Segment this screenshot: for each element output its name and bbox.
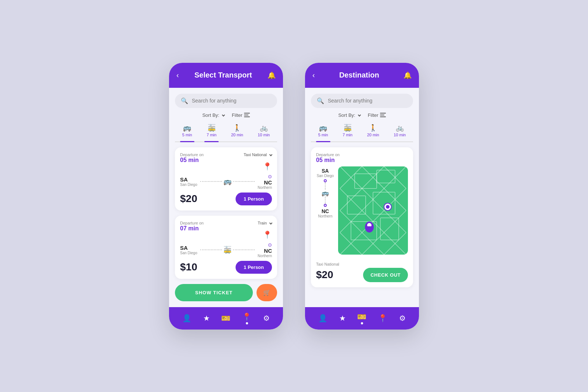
route-from-2: SA San Diego	[180, 245, 197, 255]
dest-back-icon[interactable]: ‹	[312, 71, 315, 79]
person-button-1[interactable]: 1 Person	[236, 193, 272, 205]
tab-tram[interactable]: 🚋 7 min	[204, 122, 219, 139]
dest-footer-settings-icon[interactable]: ⚙	[399, 314, 406, 323]
footer-profile-icon[interactable]: 👤	[182, 314, 191, 323]
map-svg	[338, 166, 408, 255]
route-dot-top	[324, 179, 327, 182]
dest-route-map-row: SA San Diego 🚌 NC Northern	[316, 166, 408, 258]
tab-bike[interactable]: 🚲 10 min	[255, 122, 272, 139]
search-bar: 🔍	[175, 94, 277, 108]
screen-title: Select Transport	[179, 71, 268, 79]
tab-walk[interactable]: 🚶 20 min	[229, 122, 245, 139]
dest-filter-control[interactable]: Filter	[368, 112, 386, 118]
route-to-1: ⊙ NC Northern	[258, 174, 272, 190]
price-1: $20	[180, 193, 197, 205]
car-icon: 🚌	[322, 190, 329, 197]
select-transport-header: ‹ Select Transport 🔔	[169, 63, 283, 88]
dest-tab-walk[interactable]: 🚶 20 min	[365, 122, 381, 139]
sort-chevron-icon	[222, 114, 225, 116]
search-input[interactable]	[192, 98, 271, 104]
dest-bike-icon: 🚲	[396, 124, 404, 132]
svg-point-20	[386, 205, 390, 209]
bottom-actions: SHOW TICKET 🛒	[175, 284, 277, 301]
dest-sort-chevron-icon	[358, 114, 361, 116]
route-row-2: SA San Diego 🚋 ⊙ NC Northern	[180, 242, 272, 258]
dest-tab-tram[interactable]: 🚋 7 min	[340, 122, 355, 139]
select-transport-body: 🔍 Sort By: Filter 🚌	[169, 88, 283, 307]
dest-footer-profile-icon[interactable]: 👤	[318, 314, 327, 323]
select-transport-screen: ‹ Select Transport 🔔 🔍 Sort By: Filter	[169, 63, 283, 330]
vehicle-icon-2: 🚋	[223, 246, 232, 254]
basket-button[interactable]: 🛒	[257, 284, 277, 301]
dest-checkout-section: Taxi National $20 CHECK OUT	[316, 262, 408, 282]
route-row-1: SA San Diego 🚌 ⊙ NC Northern	[180, 174, 272, 190]
ticket-footer-2: $10 1 Person	[180, 261, 272, 274]
destination-screen: ‹ Destination 🔔 🔍 Sort By: Filter	[305, 63, 419, 330]
map-area	[338, 166, 408, 255]
filter-control[interactable]: Filter	[232, 112, 250, 118]
ticket-card-2: Departure on 07 min Train 📍 SA San Diego	[175, 216, 277, 279]
dest-provider-label: Taxi National	[316, 262, 408, 266]
dest-footer-location-icon[interactable]: 📍	[378, 314, 387, 323]
back-icon[interactable]: ‹	[176, 71, 179, 79]
vehicle-icon-1: 🚌	[223, 177, 232, 186]
footer-location-icon[interactable]: 📍	[242, 312, 251, 324]
tab-bus[interactable]: 🚌 5 min	[180, 122, 194, 139]
provider-1[interactable]: Taxi National	[244, 152, 272, 157]
route-to-2: ⊙ NC Northern	[258, 242, 272, 258]
search-icon: 🔍	[181, 97, 188, 104]
dest-footer-star-icon[interactable]: ★	[339, 314, 346, 323]
footer-ticket-icon[interactable]: 🎫	[221, 314, 230, 323]
tram-icon: 🚋	[208, 124, 216, 132]
footer-star-icon[interactable]: ★	[203, 314, 210, 323]
provider-2[interactable]: Train	[258, 221, 272, 225]
dest-transport-tabs: 🚌 5 min 🚋 7 min 🚶 20 min 🚲 10 min	[311, 122, 413, 142]
route-dot-bottom	[324, 204, 327, 207]
dest-bus-icon: 🚌	[319, 124, 327, 132]
transport-tabs: 🚌 5 min 🚋 7 min 🚶 20 min 🚲 10 min	[175, 122, 277, 142]
dest-footer-ticket-icon[interactable]: 🎫	[357, 312, 366, 324]
destination-footer: 👤 ★ 🎫 📍 ⚙	[305, 307, 419, 330]
dest-screen-title: Destination	[315, 71, 404, 79]
dest-search-input[interactable]	[328, 98, 407, 104]
dest-tram-icon: 🚋	[344, 124, 352, 132]
bike-icon: 🚲	[260, 124, 268, 132]
dest-filter-icon	[380, 113, 386, 117]
sort-filter-row: Sort By: Filter	[175, 112, 277, 118]
sort-by[interactable]: Sort By:	[202, 112, 224, 118]
footer-settings-icon[interactable]: ⚙	[263, 314, 270, 323]
dest-checkout-row: $20 CHECK OUT	[316, 268, 408, 282]
select-transport-footer: 👤 ★ 🎫 📍 ⚙	[169, 307, 283, 330]
provider-chevron-icon	[269, 153, 272, 156]
person-button-2[interactable]: 1 Person	[236, 261, 272, 274]
dest-walk-icon: 🚶	[369, 124, 377, 132]
walk-icon: 🚶	[233, 124, 241, 132]
filter-icon	[244, 113, 250, 117]
dest-detail-card: Departure on 05 min SA San Diego 🚌 NC	[311, 147, 413, 287]
notification-icon[interactable]: 🔔	[268, 71, 276, 79]
dest-route-column: SA San Diego 🚌 NC Northern	[316, 166, 334, 258]
bus-icon: 🚌	[183, 124, 191, 132]
price-2: $10	[180, 261, 197, 273]
dest-sort-by[interactable]: Sort By:	[338, 112, 360, 118]
ticket-footer-1: $20 1 Person	[180, 193, 272, 205]
dest-tab-bike[interactable]: 🚲 10 min	[391, 122, 408, 139]
destination-body: 🔍 Sort By: Filter 🚌	[305, 88, 419, 307]
ticket-card-1: Departure on 05 min Taxi National 📍 SA S…	[175, 147, 277, 211]
show-ticket-button[interactable]: SHOW TICKET	[175, 284, 253, 301]
provider2-chevron-icon	[269, 221, 272, 224]
dest-search-icon: 🔍	[317, 97, 324, 104]
dest-price: $20	[316, 269, 333, 281]
dest-tab-bus[interactable]: 🚌 5 min	[316, 122, 330, 139]
dest-notification-icon[interactable]: 🔔	[404, 71, 412, 79]
checkout-button[interactable]: CHECK OUT	[363, 268, 408, 282]
destination-header: ‹ Destination 🔔	[305, 63, 419, 88]
route-line-1: 🚌	[200, 177, 255, 186]
dest-search-bar: 🔍	[311, 94, 413, 108]
dest-sort-filter-row: Sort By: Filter	[311, 112, 413, 118]
route-from-1: SA San Diego	[180, 176, 197, 187]
route-line-2: 🚋	[200, 246, 255, 254]
